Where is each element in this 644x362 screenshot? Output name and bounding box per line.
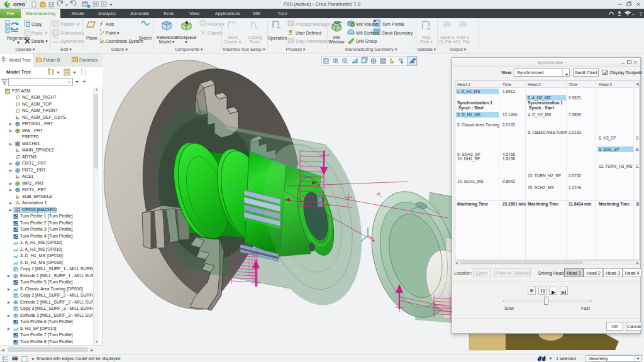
svg-text:?: ? — [639, 11, 642, 17]
svg-text:°: ° — [26, 1, 27, 4]
svg-text:creo: creo — [13, 1, 26, 8]
